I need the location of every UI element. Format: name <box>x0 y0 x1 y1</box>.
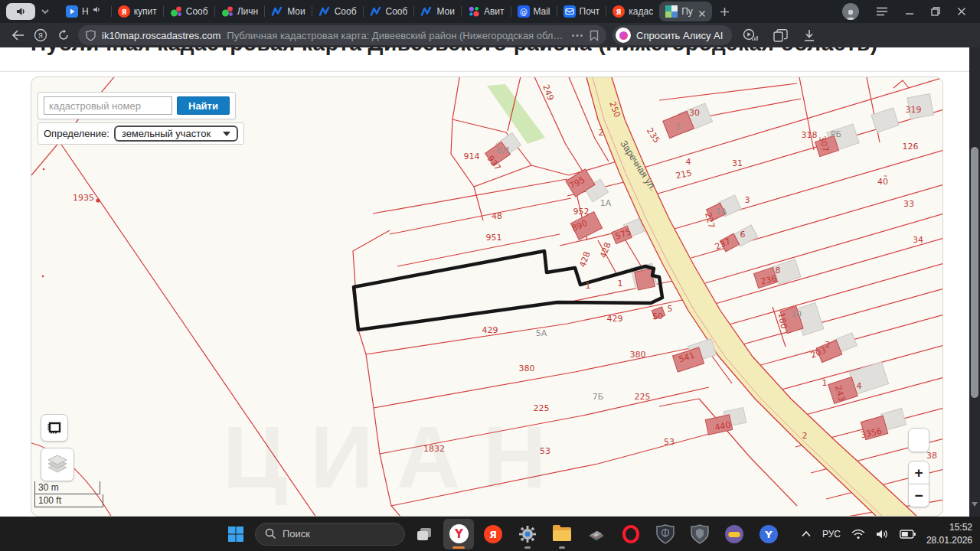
taskbar-shield-app-2[interactable] <box>684 519 715 549</box>
taskbar-yandex-games[interactable] <box>719 519 750 549</box>
definition-select[interactable]: земельный участок <box>114 126 238 142</box>
taskbar-search-label: Поиск <box>283 528 310 540</box>
menu-icon[interactable] <box>876 7 888 16</box>
page-content: Публичная кадастровая карта Дивеевского … <box>0 47 980 517</box>
tab-9[interactable]: Авит <box>462 2 511 21</box>
tab-4[interactable]: Личн <box>215 2 264 21</box>
tab-label: Сооб <box>386 6 408 17</box>
minimize-icon[interactable] <box>905 7 914 16</box>
definition-value: земельный участок <box>122 128 211 139</box>
back-button[interactable] <box>6 30 29 41</box>
tab-2[interactable]: Якупит <box>112 2 163 21</box>
search-panel: Найти <box>38 92 236 119</box>
page-scrollbar[interactable] <box>969 47 980 517</box>
taskbar-yandex-app[interactable]: Я <box>478 519 508 549</box>
tab-12[interactable]: Якадас <box>606 2 659 21</box>
scale-feet: 100 ft <box>34 494 103 507</box>
taskbar-shield-app[interactable] <box>650 519 681 549</box>
tab-10[interactable]: @Mail <box>511 2 557 21</box>
more-icon[interactable] <box>571 34 583 37</box>
battery-icon[interactable] <box>900 530 916 539</box>
tab-label: Личн <box>237 6 258 17</box>
tab-close-icon[interactable] <box>698 8 706 15</box>
alisa-label: Спросить Алису AI <box>636 30 723 41</box>
tab-1[interactable]: Н <box>60 2 111 21</box>
tab-audio-icon[interactable] <box>93 5 105 18</box>
divider <box>0 71 980 72</box>
blue-n-favicon <box>318 5 331 18</box>
cadastral-map[interactable]: ЦИАН 1935914Б/19372492502235230421531318… <box>31 77 943 517</box>
wifi-icon[interactable] <box>851 529 865 540</box>
gamepad-icon <box>724 524 744 544</box>
road <box>586 77 918 517</box>
profile-avatar[interactable] <box>842 3 859 20</box>
tab-label: Мои <box>287 6 305 17</box>
layers-button[interactable] <box>41 448 74 481</box>
taskbar-explorer[interactable] <box>547 519 577 549</box>
taskbar-opera[interactable] <box>616 519 646 549</box>
find-button[interactable]: Найти <box>177 96 230 115</box>
address-bar[interactable]: ik10map.roscadastres.com Публичная кадас… <box>78 25 606 45</box>
scale-meters: 30 m <box>34 481 100 494</box>
tab-label: Мои <box>436 6 455 17</box>
bookmark-icon[interactable] <box>590 30 599 41</box>
tab-label: Почт <box>580 6 600 17</box>
download-icon[interactable] <box>803 29 815 42</box>
chevron-down-icon[interactable] <box>35 3 55 20</box>
browser-toolbar: Я ik10map.roscadastres.com Публичная кад… <box>0 23 980 47</box>
taskbar-scanner-app[interactable] <box>581 519 612 549</box>
tray-chevron-icon[interactable] <box>801 530 812 537</box>
definition-label: Определение: <box>44 128 109 139</box>
tab-7[interactable]: Сооб <box>364 2 414 21</box>
tab-mute-button[interactable] <box>6 3 35 20</box>
gear-icon <box>518 525 537 543</box>
taskbar-settings[interactable] <box>512 519 543 549</box>
survey-dot <box>43 168 45 171</box>
reload-button[interactable] <box>52 29 75 41</box>
tab-13-active[interactable]: Пу <box>659 2 712 21</box>
folder-icon <box>553 527 571 541</box>
taskbar-yandex-browser[interactable]: Y <box>443 519 474 549</box>
tray-clock[interactable]: 15:52 28.01.2026 <box>926 521 972 546</box>
tab-11[interactable]: Почт <box>557 2 606 21</box>
restore-icon[interactable] <box>931 7 940 16</box>
language-indicator[interactable]: РУС <box>822 529 841 540</box>
toolbar-right-icons <box>743 28 815 42</box>
window-controls <box>842 3 980 20</box>
start-button[interactable] <box>220 519 251 549</box>
mail-env-favicon <box>564 5 576 18</box>
taskbar-search[interactable]: Поиск <box>255 523 405 546</box>
search-input[interactable] <box>44 96 172 115</box>
volume-icon[interactable] <box>876 529 889 540</box>
page-heading: Публичная кадастровая карта Дивеевского … <box>31 47 949 56</box>
opera-icon <box>622 525 639 543</box>
yandex-services-icon[interactable]: Я <box>29 28 52 42</box>
page-title-text: Публичная кадастровая карта: Дивеевский … <box>227 30 565 41</box>
player-icon[interactable] <box>743 28 758 42</box>
tab-8[interactable]: Мои <box>414 2 461 21</box>
alisa-button[interactable]: Спросить Алису AI <box>612 25 732 45</box>
buildings-gray <box>496 94 934 431</box>
tab-3[interactable]: Сооб <box>164 2 214 21</box>
zoom-out-button[interactable]: − <box>908 484 929 507</box>
task-view-button[interactable] <box>409 519 439 549</box>
scrollbar-thumb[interactable] <box>971 147 978 398</box>
overview-map-button[interactable] <box>41 414 68 442</box>
definition-panel: Определение: земельный участок <box>38 122 244 145</box>
blue-n-favicon <box>271 5 283 18</box>
layers-icon <box>46 454 69 475</box>
close-icon[interactable] <box>957 7 966 16</box>
scrollbar-down-arrow[interactable] <box>972 502 978 507</box>
collections-icon[interactable] <box>773 29 788 42</box>
shield-crest-icon <box>691 524 709 544</box>
extent-button[interactable] <box>908 428 929 452</box>
taskbar-yandex-start[interactable]: Y <box>753 519 784 549</box>
zoom-in-button[interactable]: + <box>908 461 929 484</box>
avito-favicon <box>468 5 480 18</box>
tab-5[interactable]: Мои <box>265 2 312 21</box>
new-tab-button[interactable] <box>715 2 735 21</box>
task-view-icon <box>416 527 433 542</box>
dots-multi-favicon <box>170 5 182 18</box>
tab-6[interactable]: Сооб <box>312 2 363 21</box>
windows-logo-icon <box>227 526 244 543</box>
